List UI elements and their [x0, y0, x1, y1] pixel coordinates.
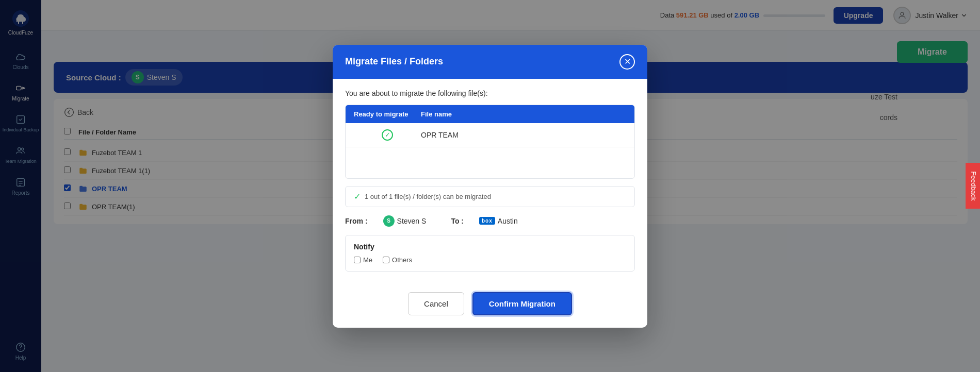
- migrate-files-table: Ready to migrate File name ✓ OPR TEAM: [345, 105, 635, 179]
- modal-header: Migrate Files / Folders ✕: [333, 45, 647, 79]
- to-cloud-name: Austin: [498, 217, 518, 225]
- modal-description: You are about to migrate the following f…: [345, 89, 635, 97]
- from-label: From :: [345, 217, 368, 225]
- modal-body: You are about to migrate the following f…: [333, 79, 647, 292]
- ready-check-icon: ✓: [382, 129, 393, 141]
- summary-text: 1 out of 1 file(s) / folder(s) can be mi…: [365, 193, 491, 200]
- migrate-table-row-0: ✓ OPR TEAM: [346, 123, 634, 147]
- notify-options: Me Others: [354, 256, 626, 264]
- migrate-file-name-0: OPR TEAM: [421, 131, 626, 139]
- notify-me-option[interactable]: Me: [354, 256, 372, 264]
- notify-me-checkbox[interactable]: [354, 257, 361, 263]
- notify-others-option[interactable]: Others: [383, 256, 412, 264]
- box-logo: box: [479, 217, 495, 225]
- cancel-button[interactable]: Cancel: [408, 292, 464, 315]
- notify-title: Notify: [354, 243, 626, 251]
- from-cloud-name: Steven S: [397, 217, 427, 225]
- table-empty-space: [346, 147, 634, 178]
- summary-check-icon: ✓: [354, 192, 361, 201]
- migrate-modal: Migrate Files / Folders ✕ You are about …: [333, 45, 647, 328]
- modal-close-button[interactable]: ✕: [619, 54, 635, 70]
- from-to-row: From : S Steven S To : box Austin: [345, 215, 635, 227]
- feedback-tab[interactable]: Feedback: [966, 163, 980, 209]
- notify-section: Notify Me Others: [345, 235, 635, 272]
- from-cloud-dot: S: [383, 215, 395, 227]
- col-header-name: File name: [421, 110, 626, 118]
- migrate-summary: ✓ 1 out of 1 file(s) / folder(s) can be …: [345, 186, 635, 207]
- notify-me-label: Me: [363, 256, 372, 264]
- notify-others-label: Others: [392, 256, 412, 264]
- to-label: To :: [451, 217, 464, 225]
- modal-footer: Cancel Confirm Migration: [333, 292, 647, 328]
- modal-title: Migrate Files / Folders: [345, 56, 443, 67]
- migrate-table-header: Ready to migrate File name: [346, 105, 634, 123]
- modal-overlay: Migrate Files / Folders ✕ You are about …: [0, 0, 980, 372]
- from-cloud-badge: S Steven S: [383, 215, 427, 227]
- confirm-migration-button[interactable]: Confirm Migration: [472, 292, 572, 315]
- notify-others-checkbox[interactable]: [383, 257, 389, 263]
- to-cloud-badge: box Austin: [479, 217, 518, 225]
- col-header-ready: Ready to migrate: [354, 110, 421, 118]
